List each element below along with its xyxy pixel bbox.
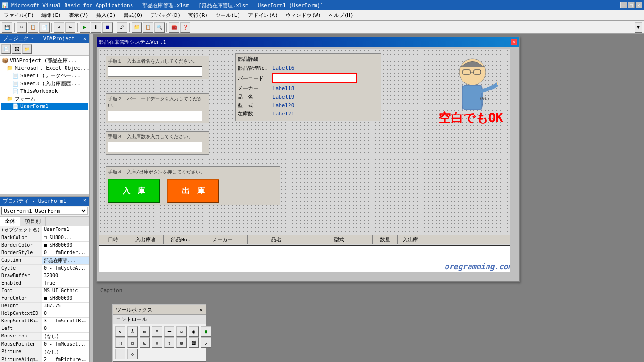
tool-togglebutton[interactable]: ■ (201, 326, 211, 337)
tool-label[interactable]: A (127, 326, 138, 337)
tool-scrollbar[interactable]: ⇕ (164, 337, 174, 348)
tool-optionbutton[interactable]: ◉ (189, 326, 199, 337)
toolbar-redo[interactable]: ↪ (65, 22, 75, 33)
tool-tabstrip[interactable]: ⊡ (140, 337, 150, 348)
step3-input[interactable] (108, 142, 202, 152)
vba-close-button[interactable]: ✕ (511, 39, 517, 45)
toolbar-toolbox[interactable]: 🧰 (169, 22, 179, 33)
step2-input[interactable] (108, 111, 202, 121)
props-val-picturealign[interactable]: 2 - fmPicture... (42, 356, 89, 362)
close-button[interactable]: ✕ (636, 2, 642, 8)
view-object-button[interactable]: 🖼 (12, 44, 21, 54)
tool-extra2[interactable]: ⊕ (127, 349, 138, 359)
props-val-helpcontext[interactable]: 0 (42, 310, 89, 317)
tool-refbutton[interactable]: ↗ (201, 337, 211, 348)
toolbar-run[interactable]: ▶ (80, 22, 90, 33)
props-val-backcolor[interactable]: □ &H800... (42, 234, 89, 241)
tool-extra1[interactable]: ··· (115, 349, 125, 359)
in-stock-button[interactable]: 入 庫 (108, 179, 160, 203)
tree-excel-objects[interactable]: 📁 Microsoft Excel Objec... (1, 65, 88, 72)
props-val-enabled[interactable]: True (42, 280, 89, 287)
menu-run[interactable]: 実行(R) (184, 11, 212, 20)
menu-addin[interactable]: アドイン(A) (244, 11, 282, 20)
form-designer[interactable]: 手順１ 入出庫者名を入力してください。 手順２ バーコードデータを入力してくださ… (99, 49, 517, 280)
tree-sheet3[interactable]: 📄 Sheet3 (入出庫履歴... (1, 80, 88, 88)
props-val-forecolor[interactable]: ■ &H800000 (42, 295, 89, 302)
props-table: (オブジェクト名) UserForm1 BackColor □ &H800...… (0, 226, 89, 362)
toolbar-save[interactable]: 💾 (2, 22, 12, 33)
props-val-height[interactable]: 387.75 (42, 303, 89, 310)
toolbar-overflow[interactable]: ▼ (635, 22, 642, 33)
left-resize-handle[interactable] (90, 34, 93, 362)
barcode-input[interactable] (272, 73, 357, 83)
vba-window-controls: ✕ (511, 39, 517, 45)
toolbar-pause[interactable]: ⏸ (91, 22, 101, 33)
props-val-picture[interactable]: (なし) (42, 348, 89, 356)
props-row-height: Height 387.75 (0, 303, 89, 310)
toggle-folders-button[interactable]: 📁 (22, 44, 32, 54)
tree-vbaproject[interactable]: 📦 VBAProject (部品在庫... (1, 57, 88, 65)
toolbar-paste[interactable]: 📄 (39, 22, 50, 33)
toolbar-undo[interactable]: ↩ (54, 22, 64, 33)
toolbar-design-mode[interactable]: 🖊 (117, 22, 127, 33)
tree-thisworkbook[interactable]: 📄 ThisWorkbook (1, 88, 88, 95)
toolbar-help[interactable]: ❓ (180, 22, 190, 33)
props-row-backcolor: BackColor □ &H800... (0, 234, 89, 242)
tree-sheet1[interactable]: 📄 Sheet1 (データベー... (1, 72, 88, 80)
tree-forms[interactable]: 📁 フォーム (1, 95, 88, 103)
props-val-font[interactable]: MS UI Gothic (42, 288, 89, 295)
toolbar-props[interactable]: 📋 (143, 22, 153, 33)
menu-window[interactable]: ウィンドウ(W) (282, 11, 325, 20)
props-val-mouseicon[interactable]: (なし) (42, 333, 89, 340)
toolbar-cut[interactable]: ✂ (17, 22, 27, 33)
tool-multipage[interactable]: ▤ (152, 337, 162, 348)
toolbar-copy[interactable]: 📋 (28, 22, 38, 33)
toolbar-project[interactable]: 📁 (132, 22, 142, 33)
tool-commandbutton[interactable]: ◻ (127, 337, 138, 348)
toolbar-object[interactable]: 🔍 (154, 22, 165, 33)
menu-view[interactable]: 表示(V) (65, 11, 92, 20)
tree-userform1[interactable]: 📄 UserForm1 (1, 103, 88, 110)
out-stock-button[interactable]: 出 庫 (167, 179, 219, 203)
hscrollbar[interactable] (99, 272, 510, 280)
tool-checkbox[interactable]: ☑ (176, 326, 187, 337)
props-object-dropdown[interactable]: UserForm1 UserForm (1, 207, 88, 215)
menu-insert[interactable]: 挿入(I) (92, 11, 120, 20)
properties-close-button[interactable]: ✕ (83, 197, 86, 205)
parts-value-no: Label16 (272, 65, 294, 71)
menu-tools[interactable]: ツール(L) (212, 11, 244, 20)
props-val-mousepointer[interactable]: 0 - fmMousel... (42, 341, 89, 348)
tool-image[interactable]: 🖼 (189, 337, 199, 348)
props-val-borderstyle[interactable]: 0 - fmBorder... (42, 249, 89, 256)
props-val-keepscroll[interactable]: 3 - fmScrollB... (42, 318, 89, 325)
view-code-button[interactable]: 📄 (1, 44, 11, 54)
tool-frame[interactable]: ▢ (115, 337, 125, 348)
menu-file[interactable]: ファイル(F) (0, 11, 38, 20)
tool-spinbutton[interactable]: ⊞ (176, 337, 187, 348)
props-val-cycle[interactable]: 0 - fmCycleA... (42, 265, 89, 272)
props-val-left[interactable]: 0 (42, 325, 89, 332)
props-row-keepscroll: KeepScrollBars 3 - fmScrollB... (0, 318, 89, 325)
toolbar-stop[interactable]: ⏹ (102, 22, 113, 33)
menu-debug[interactable]: デバッグ(D) (147, 11, 184, 20)
minimize-button[interactable]: ─ (620, 2, 627, 8)
tool-select[interactable]: ↖ (115, 326, 125, 337)
props-val-caption[interactable]: 部品在庫管... (42, 257, 89, 264)
menu-help[interactable]: ヘルプ(H) (325, 11, 357, 20)
props-val-drawbuffer[interactable]: 32000 (42, 272, 89, 280)
step4-buttons: 入 庫 出 庫 (108, 179, 278, 203)
tool-listbox[interactable]: ☰ (164, 326, 174, 337)
props-val-objectname[interactable]: UserForm1 (42, 226, 89, 234)
menu-format[interactable]: 書式(O) (120, 11, 147, 20)
toolbox-close-button[interactable]: ✕ (199, 307, 203, 313)
props-tab-all[interactable]: 全体 (0, 217, 20, 226)
tool-textbox[interactable]: ▭ (140, 326, 150, 337)
project-close-button[interactable]: ✕ (83, 36, 86, 41)
step1-input[interactable] (108, 66, 202, 77)
tool-combobox[interactable]: ⊟ (152, 326, 162, 337)
props-val-bordercolor[interactable]: ■ &H800000 (42, 242, 89, 249)
menu-edit[interactable]: 編集(E) (38, 11, 65, 20)
vscrollbar[interactable] (510, 49, 517, 280)
props-tab-by-item[interactable]: 項目別 (20, 217, 46, 226)
maximize-button[interactable]: □ (628, 2, 635, 8)
